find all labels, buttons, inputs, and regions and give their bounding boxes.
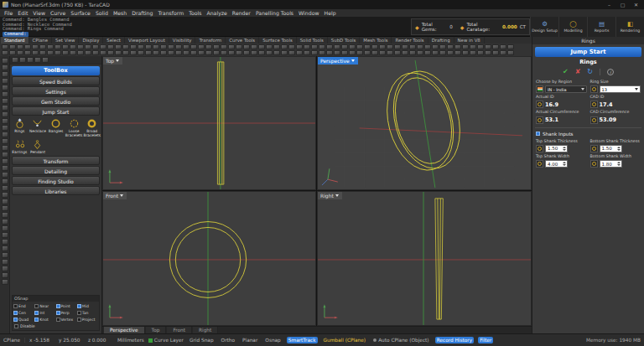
toolbar-icon[interactable] [2, 118, 8, 124]
toolbar-icon[interactable] [138, 44, 144, 49]
menu-help[interactable]: Help [321, 9, 338, 17]
toolbar-icon[interactable] [145, 44, 152, 49]
toolbar-icon[interactable] [454, 50, 461, 55]
toolbar-icon[interactable] [2, 71, 8, 77]
menu-view[interactable]: View [30, 9, 48, 17]
toolbar-icon[interactable] [2, 158, 8, 164]
toolbar-icon[interactable] [462, 50, 469, 55]
toolbar-icon[interactable] [130, 44, 137, 49]
osnap-cen[interactable]: Cen [13, 309, 34, 316]
jump-start-button[interactable]: Jump Start [12, 106, 100, 116]
toolbar-icon[interactable] [32, 50, 39, 55]
toolbar-icon[interactable] [439, 50, 446, 55]
jump-start-header-button[interactable]: Jump Start [535, 47, 641, 57]
toolbar-icon[interactable] [281, 50, 288, 55]
viewport-canvas-front[interactable] [103, 192, 315, 325]
toolbar-icon[interactable] [251, 44, 257, 49]
toolbar-icon[interactable] [17, 50, 23, 55]
tab-mesh-tools[interactable]: Mesh Tools [360, 37, 392, 44]
toolbar-icon[interactable] [2, 98, 8, 104]
bottom-thickness-input[interactable]: 1.50 [600, 145, 622, 152]
toolbar-icon[interactable] [55, 44, 61, 49]
toolbar-icon[interactable] [273, 50, 280, 55]
toolbar-icon[interactable] [500, 44, 506, 49]
toolbar-icon[interactable] [2, 192, 8, 198]
toolbar-icon[interactable] [2, 125, 8, 131]
menu-file[interactable]: File [2, 9, 15, 17]
toolbar-icon[interactable] [243, 44, 250, 49]
toolbar-icon[interactable] [258, 50, 265, 55]
toolbar-icon[interactable] [349, 50, 356, 55]
toolbar-icon[interactable] [77, 44, 84, 49]
toolbar-icon[interactable] [273, 44, 280, 49]
category-rings[interactable]: Rings [11, 118, 29, 138]
tab-standard[interactable]: Standard [1, 37, 29, 44]
toggle-auto-cplane[interactable]: Auto CPlane (Object) [371, 337, 431, 343]
toolbar-icon[interactable] [2, 266, 8, 271]
toolbar-icon[interactable] [2, 145, 8, 151]
toolbar-icon[interactable] [115, 44, 122, 49]
checkbox[interactable] [77, 318, 81, 322]
toolbar-icon[interactable] [409, 50, 416, 55]
viewport-top[interactable]: Top [102, 56, 316, 190]
toolbar-icon[interactable] [432, 50, 439, 55]
toolbar-icon[interactable] [175, 44, 182, 49]
cplane-selector[interactable]: CPlane [3, 338, 25, 343]
toolbar-icon[interactable] [100, 50, 106, 55]
checkbox[interactable] [536, 132, 540, 136]
osnap-knot[interactable]: Knot [34, 316, 55, 323]
toolbar-icon[interactable] [379, 44, 386, 49]
command-area[interactable]: Command: Bangles Command Command: Neckla… [0, 17, 644, 37]
viewport-canvas-perspective[interactable] [318, 57, 531, 189]
toggle-filter[interactable]: Filter [478, 337, 493, 343]
toolbar-icon[interactable] [402, 50, 408, 55]
toolbar-icon[interactable] [2, 152, 8, 158]
osnap-end[interactable]: End [13, 302, 34, 309]
toolbar-icon[interactable] [168, 44, 174, 49]
osnap-tan[interactable]: Tan [77, 309, 98, 316]
tab-viewport-layout[interactable]: Viewport Layout [125, 37, 169, 44]
toolbar-icon[interactable] [364, 44, 371, 49]
toolbar-icon[interactable] [2, 138, 8, 144]
toolbar-icon[interactable] [2, 205, 8, 211]
ring-size-dropdown[interactable]: 13 [600, 85, 641, 93]
toolbar-icon[interactable] [296, 44, 303, 49]
toolbar-icon[interactable] [341, 44, 348, 49]
checkbox[interactable] [34, 304, 39, 308]
viewport-front-label[interactable]: Front [103, 192, 127, 199]
toolbar-icon[interactable] [387, 50, 393, 55]
toggle-smarttrack[interactable]: SmartTrack [287, 337, 318, 343]
toolbar-icon[interactable] [77, 50, 84, 55]
toolbar-icon[interactable] [190, 50, 197, 55]
toolbar-icon[interactable] [62, 50, 69, 55]
shank-inputs-checkbox[interactable]: Shank Inputs [532, 132, 644, 137]
menu-tools[interactable]: Tools [186, 9, 204, 17]
toolbar-icon[interactable] [228, 50, 235, 55]
toolbar-icon[interactable] [2, 165, 8, 171]
toolbar-icon[interactable] [100, 44, 106, 49]
toolbar-icon[interactable] [326, 50, 333, 55]
spinner[interactable] [617, 162, 621, 166]
toolbar-icon[interactable] [205, 44, 212, 49]
category-bangles[interactable]: Bangles [47, 118, 65, 138]
toolbar-icon[interactable] [319, 50, 325, 55]
toolbar-icon[interactable] [477, 50, 484, 55]
toolbar-icon[interactable] [288, 50, 295, 55]
toggle-record-history[interactable]: Record History [435, 337, 475, 343]
toolbar-icon[interactable] [24, 44, 31, 49]
category-earrings[interactable]: Earrings [11, 139, 29, 155]
toolbar-icon[interactable] [394, 50, 401, 55]
toolbar-icon[interactable] [2, 178, 8, 184]
command-prompt[interactable]: Command: [3, 32, 29, 37]
panel-tab-icon[interactable] [12, 57, 18, 63]
viewport-right-label[interactable]: Right [318, 192, 342, 199]
toolbar-icon[interactable] [221, 44, 227, 49]
refresh-icon[interactable]: ↻ [587, 68, 593, 75]
close-button[interactable]: ✕ [631, 0, 641, 9]
viewport-tab-front[interactable]: Front [167, 327, 192, 333]
checkbox[interactable] [56, 304, 60, 308]
toolbar-icon[interactable] [221, 50, 227, 55]
menu-transform[interactable]: Transform [155, 9, 186, 17]
osnap-disable[interactable]: Disable [13, 323, 99, 330]
toolbar-icon[interactable] [402, 44, 408, 49]
